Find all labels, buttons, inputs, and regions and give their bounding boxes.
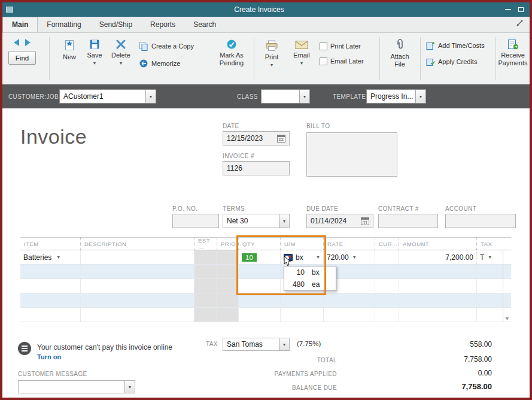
account-field[interactable] bbox=[445, 214, 516, 228]
create-copy-button[interactable]: Create a Copy bbox=[139, 41, 209, 51]
date-label: DATE bbox=[223, 123, 239, 129]
delete-label: Delete bbox=[111, 51, 130, 59]
rate-cell[interactable]: 720.00 ▼ bbox=[323, 250, 375, 264]
tab-reports[interactable]: Reports bbox=[141, 17, 184, 32]
tax-footer-label: TAX bbox=[206, 341, 218, 347]
tax-cell[interactable]: T ▼ bbox=[476, 250, 503, 264]
date-field[interactable]: 12/15/2023 bbox=[223, 131, 290, 146]
invoice-heading: Invoice bbox=[20, 125, 87, 149]
template-dropdown[interactable]: ▼ bbox=[415, 90, 425, 103]
turn-on-link[interactable]: Turn on bbox=[37, 353, 61, 360]
table-row[interactable] bbox=[20, 293, 511, 308]
print-dropdown-icon[interactable]: ▼ bbox=[270, 63, 274, 67]
terms-combo[interactable]: Net 30 ▼ bbox=[223, 214, 290, 228]
item-value: Batteries bbox=[23, 253, 51, 262]
customer-message-dropdown[interactable]: ▼ bbox=[124, 381, 135, 393]
tab-main[interactable]: Main bbox=[2, 17, 38, 32]
chevron-down-icon[interactable]: ▼ bbox=[488, 255, 492, 259]
add-time-costs-button[interactable]: Add Time/Costs bbox=[426, 41, 493, 50]
cur-cell[interactable] bbox=[375, 250, 399, 264]
email-icon bbox=[295, 40, 308, 50]
template-combo[interactable]: Progress In... ▼ bbox=[366, 89, 426, 104]
class-combo[interactable]: ▼ bbox=[261, 89, 310, 104]
table-header-row: ITEM DESCRIPTION EST ... PRIO... QTY U/M… bbox=[20, 237, 511, 250]
save-label: Save bbox=[87, 51, 102, 59]
print-later-checkbox[interactable] bbox=[320, 43, 327, 50]
tab-search[interactable]: Search bbox=[184, 17, 225, 32]
find-button[interactable]: Find bbox=[8, 51, 36, 65]
title-bar: Create Invoices bbox=[2, 2, 530, 17]
mark-pending-label: Mark As Pending bbox=[213, 51, 250, 67]
delete-button[interactable]: Delete ▼ bbox=[108, 39, 134, 65]
bill-to-field[interactable] bbox=[306, 132, 397, 177]
contract-number-label: CONTRACT # bbox=[378, 205, 419, 212]
window-icon bbox=[6, 7, 13, 13]
tab-send-ship[interactable]: Send/Ship bbox=[90, 17, 141, 32]
save-button[interactable]: Save ▼ bbox=[83, 39, 107, 65]
apply-credits-button[interactable]: Apply Credits bbox=[426, 57, 493, 66]
save-dropdown-icon[interactable]: ▼ bbox=[93, 61, 97, 65]
chevron-down-icon[interactable]: ▼ bbox=[352, 255, 357, 259]
qty-cell[interactable]: 10 bbox=[238, 250, 280, 264]
find-label: Find bbox=[16, 54, 29, 62]
delete-dropdown-icon[interactable]: ▼ bbox=[119, 61, 123, 65]
table-row[interactable] bbox=[20, 265, 511, 279]
item-cell[interactable]: Batteries ▼ bbox=[20, 250, 80, 264]
table-row[interactable]: ▼ bbox=[20, 308, 511, 322]
invoice-number-value: 1126 bbox=[227, 164, 242, 172]
mark-pending-button[interactable]: Mark As Pending bbox=[213, 39, 250, 67]
balance-due-value: 7,758.00 bbox=[418, 382, 492, 391]
toolbar-separator bbox=[254, 37, 254, 80]
description-cell[interactable] bbox=[80, 250, 194, 264]
um-option[interactable]: 10 bx bbox=[284, 266, 336, 278]
amount-value: 7,200.00 bbox=[445, 253, 473, 262]
payments-applied-label: PAYMENTS APPLIED bbox=[241, 371, 337, 377]
email-button[interactable]: Email ▼ bbox=[288, 40, 315, 65]
chevron-down-icon[interactable]: ▼ bbox=[316, 255, 320, 259]
scroll-down-icon: ▼ bbox=[504, 316, 510, 322]
email-later-checkbox[interactable] bbox=[320, 57, 327, 65]
table-scrollbar[interactable] bbox=[503, 250, 511, 264]
customer-job-dropdown[interactable]: ▼ bbox=[145, 90, 156, 103]
calendar-icon[interactable] bbox=[361, 217, 369, 225]
po-number-field[interactable] bbox=[172, 214, 219, 228]
customer-bar: CUSTOMER:JOB ACustomer1 ▼ CLASS ▼ TEMPLA… bbox=[2, 84, 530, 108]
invoice-body: Invoice DATE 12/15/2023 INVOICE # 1126 B… bbox=[2, 108, 530, 398]
back-arrow-icon[interactable] bbox=[14, 39, 19, 46]
minimize-button[interactable] bbox=[505, 9, 511, 10]
customer-job-label: CUSTOMER:JOB bbox=[8, 93, 59, 100]
restore-button[interactable] bbox=[518, 7, 524, 12]
collapse-ribbon-button[interactable] bbox=[516, 19, 524, 29]
receive-payments-button[interactable]: Receive Payments bbox=[498, 39, 528, 67]
header-cur: CUR... bbox=[375, 238, 399, 250]
new-button[interactable]: New bbox=[57, 39, 81, 61]
forward-arrow-icon[interactable] bbox=[25, 39, 31, 46]
tab-formatting[interactable]: Formatting bbox=[38, 17, 90, 32]
online-payment-message: Your customer can't pay this invoice onl… bbox=[37, 343, 172, 351]
um-option[interactable]: 480 ea bbox=[284, 278, 336, 290]
calendar-icon[interactable] bbox=[277, 135, 285, 143]
new-label: New bbox=[63, 53, 76, 61]
invoice-number-field[interactable]: 1126 bbox=[223, 161, 290, 175]
contract-number-field[interactable] bbox=[378, 214, 438, 228]
table-row[interactable] bbox=[20, 279, 511, 293]
tax-dropdown[interactable]: ▼ bbox=[279, 338, 289, 350]
chevron-down-icon[interactable]: ▼ bbox=[56, 255, 60, 259]
class-label: CLASS bbox=[237, 93, 258, 100]
attach-file-button[interactable]: Attach File bbox=[384, 39, 415, 68]
amount-cell[interactable]: 7,200.00 bbox=[399, 250, 476, 264]
header-tax: TAX bbox=[476, 238, 503, 250]
terms-dropdown[interactable]: ▼ bbox=[279, 214, 289, 228]
header-amount: AMOUNT bbox=[399, 238, 476, 250]
table-scroll-down[interactable]: ▼ bbox=[503, 308, 511, 322]
due-date-field[interactable]: 01/14/2024 bbox=[306, 214, 373, 228]
tax-combo[interactable]: San Tomas ▼ bbox=[223, 338, 290, 351]
header-prio: PRIO... bbox=[217, 238, 238, 250]
class-dropdown[interactable]: ▼ bbox=[299, 90, 309, 103]
customer-message-combo[interactable]: ▼ bbox=[18, 380, 135, 393]
print-button[interactable]: Print ▼ bbox=[259, 40, 285, 67]
memorize-button[interactable]: Memorize bbox=[139, 59, 209, 68]
customer-job-combo[interactable]: ACustomer1 ▼ bbox=[59, 89, 156, 104]
add-time-costs-icon bbox=[426, 41, 435, 50]
email-dropdown-icon[interactable]: ▼ bbox=[300, 61, 304, 65]
